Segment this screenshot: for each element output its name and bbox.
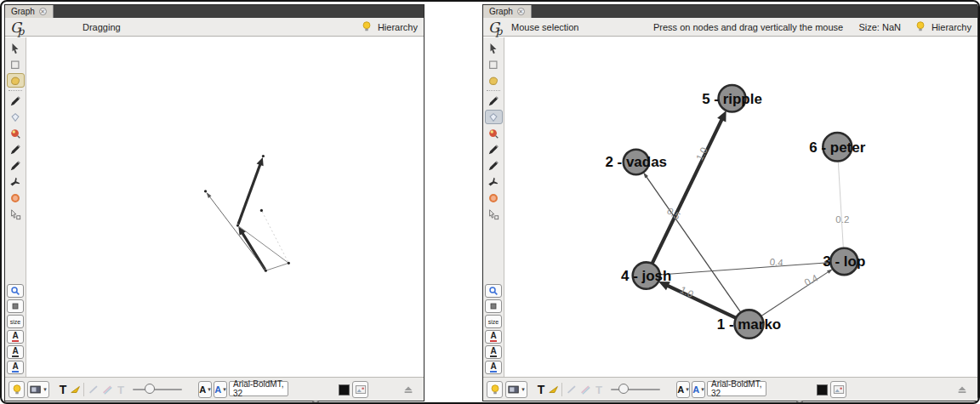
edge-weight-slider[interactable]: [133, 381, 182, 398]
gephi-window-right: Graph ✕ Gp Mouse selection Press on node…: [482, 4, 978, 401]
tab-graph[interactable]: Graph ✕: [483, 5, 532, 18]
edge-text-button[interactable]: T: [114, 381, 128, 398]
graph-edge[interactable]: [209, 196, 265, 270]
tab-close-icon[interactable]: ✕: [517, 8, 525, 15]
label-plain-a-button[interactable]: A: [485, 345, 502, 359]
slider-knob[interactable]: [795, 401, 805, 404]
label-size-a-button[interactable]: A: [7, 361, 24, 374]
graph-edge[interactable]: [262, 212, 288, 262]
show-node-labels-button[interactable]: T: [56, 381, 70, 398]
hierarchy-bulb-icon[interactable]: [361, 20, 373, 33]
label-plain-a-button[interactable]: A: [7, 345, 24, 359]
screenshot-preset-dropdown[interactable]: ▾: [27, 381, 49, 398]
graph-edge[interactable]: [660, 263, 826, 275]
tool-edit-icon[interactable]: [485, 207, 503, 221]
gephi-window-left: Graph ✕ Gp Dragging Hierarchy sizeAAA ▾T…: [4, 4, 424, 401]
light-background-toggle-button[interactable]: [487, 381, 503, 398]
graph-edge[interactable]: [267, 264, 288, 270]
label-font-button[interactable]: A▾: [214, 381, 227, 398]
tool-heat-map-icon[interactable]: [485, 191, 503, 205]
slider-knob[interactable]: [618, 384, 629, 394]
tool-direct-selection-icon[interactable]: [7, 41, 25, 55]
window-body: sizeAAA 1.00.50.20.40.41.05 - ripple2 - …: [483, 37, 977, 377]
graph-edge[interactable]: [242, 232, 265, 270]
graph-edge[interactable]: [838, 161, 843, 248]
font-size-slider[interactable]: [294, 398, 335, 404]
edge-gradient-button[interactable]: [578, 381, 592, 398]
edge-gradient-button[interactable]: [100, 381, 114, 398]
tool-drag-icon[interactable]: [485, 73, 503, 88]
graph-node[interactable]: [288, 262, 290, 265]
edge-line-button[interactable]: [565, 381, 578, 398]
tool-rectangle-selection-icon[interactable]: [485, 57, 503, 71]
tab-graph[interactable]: Graph ✕: [5, 5, 54, 18]
center-graph-button[interactable]: [7, 299, 24, 313]
edge-text-button[interactable]: T: [592, 381, 606, 398]
graph-node[interactable]: [204, 190, 207, 192]
tool-sizer-icon[interactable]: [7, 110, 25, 124]
tab-close-icon[interactable]: ✕: [39, 8, 47, 15]
tool-brush-icon[interactable]: [485, 126, 503, 140]
show-edge-labels-button[interactable]: [547, 381, 561, 398]
tool-painter-icon[interactable]: [7, 94, 25, 108]
screenshot-button[interactable]: [830, 381, 846, 398]
graph-edge[interactable]: [652, 118, 722, 263]
slider-knob[interactable]: [311, 401, 321, 404]
hierarchy-bulb-icon[interactable]: [914, 20, 926, 33]
reset-sizes-button[interactable]: size: [7, 315, 24, 328]
label-color-swatch[interactable]: [339, 381, 350, 398]
collapse-eject-icon[interactable]: [955, 381, 969, 398]
zoom-magnifier-button[interactable]: [7, 284, 24, 298]
tool-node-pencil-icon[interactable]: [485, 142, 503, 156]
show-edge-labels-button[interactable]: [69, 381, 83, 398]
edge-weight-label: 0.4: [769, 257, 783, 268]
tool-node-pencil-icon[interactable]: [7, 142, 25, 156]
label-color-a-button[interactable]: A: [485, 330, 502, 344]
label-color-a-button[interactable]: A: [7, 330, 24, 344]
graph-canvas[interactable]: 1.00.50.20.40.41.05 - ripple2 - vadas6 -…: [504, 37, 977, 377]
hierarchy-label[interactable]: Hierarchy: [378, 22, 418, 32]
node-font-button[interactable]: A▾: [198, 381, 212, 398]
tool-drag-icon[interactable]: [7, 73, 25, 88]
collapse-eject-icon[interactable]: [402, 381, 415, 398]
tool-edit-icon[interactable]: [7, 207, 25, 221]
tool-shortest-path-icon[interactable]: [7, 174, 25, 189]
screenshot-button[interactable]: [352, 381, 368, 398]
tool-rectangle-selection-icon[interactable]: [7, 57, 25, 71]
label-color-swatch[interactable]: [817, 381, 828, 398]
tool-edge-pencil-icon[interactable]: [485, 158, 503, 173]
slider-knob[interactable]: [145, 384, 155, 394]
tool-divider: [487, 90, 500, 91]
graph-node[interactable]: [265, 270, 267, 272]
node-font-button[interactable]: A▾: [676, 381, 690, 398]
font-field[interactable]: Arial-BoldMT, 32: [707, 381, 766, 396]
light-background-toggle-button[interactable]: [9, 381, 25, 398]
font-field[interactable]: Arial-BoldMT, 32: [229, 381, 288, 396]
font-size-slider[interactable]: [772, 398, 813, 404]
tool-edge-pencil-icon[interactable]: [7, 158, 25, 173]
screenshot-preset-dropdown[interactable]: ▾: [505, 381, 527, 398]
label-size-a-button[interactable]: A: [485, 361, 502, 374]
label-font-button[interactable]: A▾: [692, 381, 705, 398]
tool-heat-map-icon[interactable]: [7, 191, 25, 205]
zoom-magnifier-button[interactable]: [485, 284, 502, 298]
tool-shortest-path-icon[interactable]: [485, 174, 503, 189]
toolbar-separator: [83, 383, 84, 396]
tool-sizer-icon[interactable]: [485, 110, 503, 124]
graph-edge[interactable]: [761, 271, 829, 316]
graph-node[interactable]: [236, 225, 239, 227]
graph-edge[interactable]: [238, 164, 260, 225]
tool-direct-selection-icon[interactable]: [485, 41, 503, 55]
show-node-labels-button[interactable]: T: [534, 381, 548, 398]
edge-line-button[interactable]: [87, 381, 100, 398]
edge-weight-slider[interactable]: [611, 381, 660, 398]
graph-node[interactable]: [260, 209, 263, 212]
node-label: 3 - lop: [823, 253, 865, 270]
graph-canvas[interactable]: [26, 37, 424, 377]
graph-node[interactable]: [262, 155, 265, 157]
hierarchy-label[interactable]: Hierarchy: [932, 22, 971, 32]
tool-brush-icon[interactable]: [7, 126, 25, 140]
reset-sizes-button[interactable]: size: [485, 315, 502, 328]
center-graph-button[interactable]: [485, 299, 502, 313]
tool-painter-icon[interactable]: [485, 94, 503, 108]
